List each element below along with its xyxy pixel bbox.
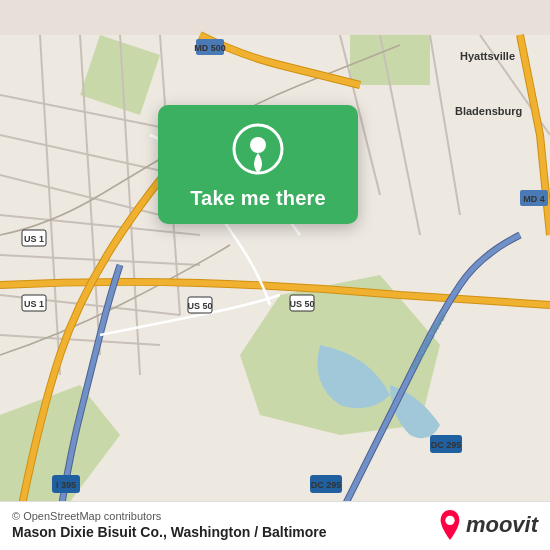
take-me-there-label: Take me there bbox=[190, 187, 326, 210]
svg-text:DC 295: DC 295 bbox=[431, 440, 462, 450]
bottom-left-info: © OpenStreetMap contributors Mason Dixie… bbox=[12, 510, 327, 540]
moovit-text: moovit bbox=[466, 512, 538, 538]
place-name: Mason Dixie Bisuit Co., Washington / Bal… bbox=[12, 524, 327, 540]
moovit-logo: moovit bbox=[438, 510, 538, 540]
svg-text:Bladensburg: Bladensburg bbox=[455, 105, 522, 117]
svg-text:US 50: US 50 bbox=[289, 299, 314, 309]
svg-text:I 395: I 395 bbox=[56, 480, 76, 490]
map-container: MD 500 US 1 US 1 US 50 US 50 I 395 DC 29… bbox=[0, 0, 550, 550]
osm-credit: © OpenStreetMap contributors bbox=[12, 510, 327, 522]
take-me-there-card[interactable]: Take me there bbox=[158, 105, 358, 224]
svg-text:Hyattsville: Hyattsville bbox=[460, 50, 515, 62]
location-pin-icon bbox=[232, 123, 284, 175]
svg-text:US 50: US 50 bbox=[187, 301, 212, 311]
svg-text:MD 500: MD 500 bbox=[194, 43, 226, 53]
svg-point-43 bbox=[445, 516, 454, 525]
svg-point-42 bbox=[250, 137, 266, 153]
svg-text:US 1: US 1 bbox=[24, 234, 44, 244]
moovit-pin-icon bbox=[438, 510, 462, 540]
svg-text:US 1: US 1 bbox=[24, 299, 44, 309]
map-background: MD 500 US 1 US 1 US 50 US 50 I 395 DC 29… bbox=[0, 0, 550, 550]
svg-text:DC 295: DC 295 bbox=[311, 480, 342, 490]
svg-text:MD 4: MD 4 bbox=[523, 194, 545, 204]
bottom-bar: © OpenStreetMap contributors Mason Dixie… bbox=[0, 501, 550, 550]
